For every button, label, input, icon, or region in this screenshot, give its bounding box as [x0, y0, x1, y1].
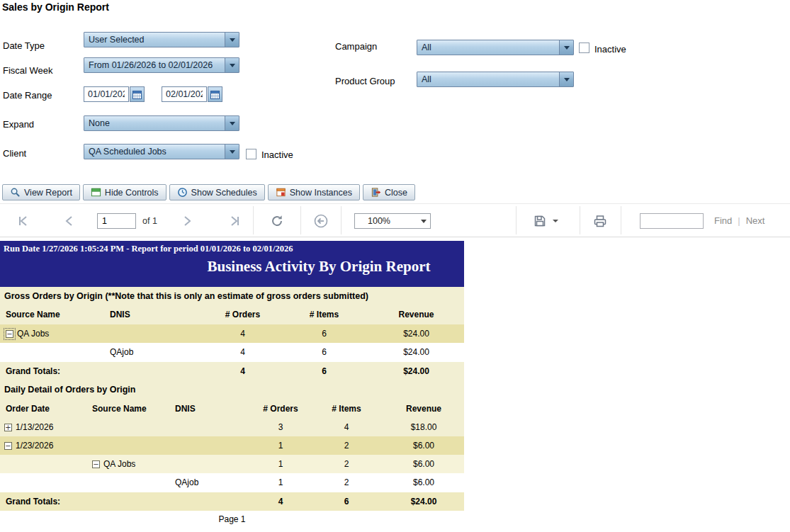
- previous-page-button[interactable]: [61, 213, 78, 230]
- client-label: Client: [3, 148, 26, 159]
- report-header-band: Run Date 1/27/2026 1:05:24 PM - Report f…: [0, 241, 464, 287]
- cell-orders: 4: [216, 343, 269, 362]
- date-type-dropdown[interactable]: User Selected: [84, 32, 239, 47]
- report-page: Run Date 1/27/2026 1:05:24 PM - Report f…: [0, 241, 464, 528]
- col-revenue: Revenue: [379, 305, 453, 324]
- panel-icon: [91, 187, 101, 198]
- product-group-dropdown[interactable]: All: [417, 72, 574, 87]
- show-schedules-button[interactable]: Show Schedules: [169, 184, 265, 200]
- app-window: Sales by Origin Report Date Type Fiscal …: [0, 0, 790, 532]
- cell-dnis: QAjob: [106, 343, 216, 362]
- cell-source-name: [0, 343, 106, 362]
- printer-icon: [593, 214, 607, 228]
- date-range-label: Date Range: [3, 90, 52, 101]
- close-label: Close: [385, 188, 407, 198]
- hide-controls-button[interactable]: Hide Controls: [83, 184, 167, 200]
- client-inactive-checkbox[interactable]: [246, 149, 256, 159]
- page-title: Sales by Origin Report: [2, 1, 109, 13]
- first-page-button[interactable]: [14, 213, 31, 230]
- expand-value: None: [84, 118, 225, 128]
- find-link[interactable]: Find: [714, 215, 732, 226]
- view-report-button[interactable]: View Report: [2, 184, 80, 200]
- totals-revenue: $24.00: [383, 492, 464, 511]
- date-end-input[interactable]: [162, 86, 207, 102]
- calendar-icon-button[interactable]: [208, 86, 222, 102]
- table-row: −QA Jobs 4 6 $24.00: [0, 324, 464, 343]
- campaign-value: All: [417, 43, 559, 52]
- toolbar-separator: [516, 206, 517, 234]
- toolbar-separator: [300, 206, 301, 234]
- cell-source-name: [89, 473, 172, 492]
- chevron-down-icon: [225, 58, 239, 72]
- page-footer: Page 1: [0, 511, 464, 528]
- totals-revenue: $24.00: [379, 362, 453, 380]
- cell-revenue: $18.00: [383, 418, 464, 436]
- report-viewer-toolbar: of 1 100% Find |: [0, 203, 790, 237]
- next-link[interactable]: Next: [746, 215, 765, 226]
- cell-orders: 3: [252, 418, 310, 436]
- client-inactive-label: Inactive: [261, 149, 293, 160]
- instances-window-icon: [276, 187, 286, 198]
- print-button[interactable]: [592, 213, 609, 230]
- back-button[interactable]: [312, 213, 329, 230]
- campaign-inactive-checkbox[interactable]: [579, 43, 589, 53]
- save-export-button[interactable]: [531, 213, 548, 230]
- daily-section-heading: Daily Detail of Orders by Origin: [0, 380, 464, 400]
- next-page-icon: [180, 214, 194, 228]
- close-button[interactable]: Close: [363, 184, 415, 200]
- cell-source-name: QA Jobs: [17, 329, 49, 339]
- calendar-icon-button[interactable]: [130, 86, 145, 102]
- toolbar-separator: [621, 206, 621, 234]
- date-start-input[interactable]: [84, 86, 129, 102]
- campaign-inactive-label: Inactive: [594, 44, 626, 55]
- find-input[interactable]: [640, 213, 704, 229]
- cell-items: 4: [310, 418, 383, 436]
- table-row: −QA Jobs 1 2 $6.00: [0, 455, 464, 473]
- refresh-button[interactable]: [269, 213, 286, 230]
- fiscal-week-dropdown[interactable]: From 01/26/2026 to 02/01/2026: [84, 57, 239, 73]
- gross-grand-totals-row: Grand Totals: 4 6 $24.00: [0, 362, 464, 380]
- cell-orders: 1: [252, 455, 310, 473]
- zoom-dropdown[interactable]: 100%: [354, 213, 431, 229]
- col-items: # Items: [269, 305, 379, 324]
- collapse-toggle-icon[interactable]: −: [92, 460, 100, 468]
- chevron-down-icon: [225, 33, 239, 47]
- refresh-icon: [269, 213, 285, 229]
- cell-source-name: [89, 436, 172, 455]
- chevron-down-icon[interactable]: [553, 220, 558, 222]
- collapse-toggle-icon[interactable]: −: [4, 442, 12, 450]
- date-type-value: User Selected: [84, 35, 225, 45]
- grand-totals-label: Grand Totals:: [0, 362, 106, 380]
- cell-source-name: QA Jobs: [103, 459, 135, 469]
- next-page-button[interactable]: [179, 213, 196, 230]
- last-page-button[interactable]: [227, 213, 244, 230]
- cell-items: 2: [310, 455, 383, 473]
- show-instances-button[interactable]: Show Instances: [268, 184, 360, 200]
- col-order-date: Order Date: [0, 400, 89, 418]
- expand-toggle-icon[interactable]: +: [4, 424, 12, 431]
- col-orders: # Orders: [216, 305, 269, 324]
- cell-revenue: $24.00: [379, 324, 453, 343]
- cell-dnis: [172, 436, 252, 455]
- campaign-dropdown[interactable]: All: [417, 40, 574, 55]
- calendar-icon: [132, 90, 142, 99]
- cell-dnis: [106, 324, 216, 343]
- save-icon: [533, 214, 547, 228]
- chevron-down-icon: [417, 220, 430, 223]
- expand-label: Expand: [3, 119, 34, 130]
- totals-orders: 4: [216, 362, 269, 380]
- client-dropdown[interactable]: QA Scheduled Jobs: [84, 144, 239, 159]
- expand-dropdown[interactable]: None: [84, 115, 239, 131]
- collapse-toggle-icon[interactable]: −: [6, 330, 13, 338]
- cell-items: 6: [269, 343, 379, 362]
- client-value: QA Scheduled Jobs: [84, 147, 225, 157]
- col-source-name: Source Name: [89, 400, 172, 418]
- page-number-input[interactable]: [97, 213, 136, 229]
- cell-orders: 4: [216, 324, 269, 343]
- page-count-label: of 1: [142, 216, 157, 226]
- col-items: # Items: [310, 400, 383, 418]
- chevron-down-icon: [559, 72, 573, 86]
- show-instances-label: Show Instances: [290, 188, 352, 198]
- cell-source-name: [89, 418, 172, 436]
- first-page-icon: [16, 214, 30, 228]
